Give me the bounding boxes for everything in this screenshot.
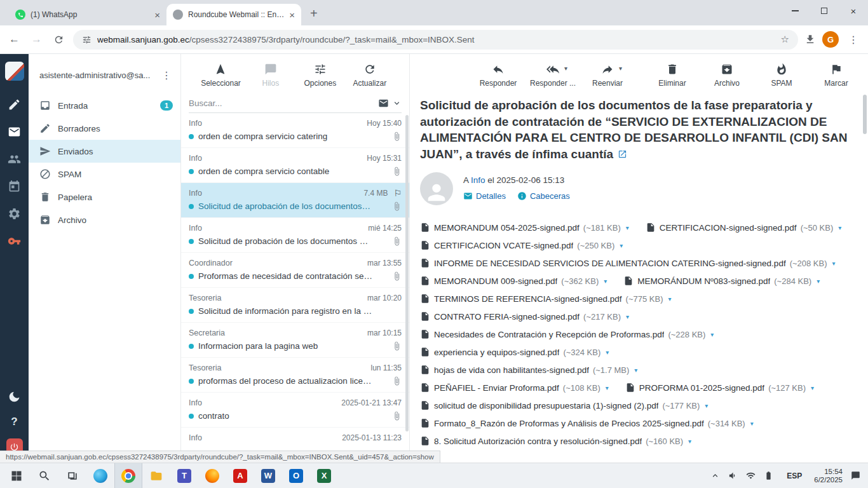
file-explorer-icon[interactable] xyxy=(142,463,170,488)
refresh-icon[interactable] xyxy=(53,34,64,45)
select-button[interactable]: Seleccionar xyxy=(201,63,241,88)
attachment[interactable]: MEMORÁNDUM Nº083-signed.pdf (~284 KB) ▾ xyxy=(623,272,820,290)
attachment-name[interactable]: solicitud de disponibilidad presupuestar… xyxy=(434,401,658,410)
attachment[interactable]: PROFORMA 01-2025-signed.pdf (~127 KB) ▾ xyxy=(625,379,814,396)
list-item[interactable]: Info 2025-01-21 13:47 contrato xyxy=(181,393,409,428)
list-item[interactable]: Tesoreria lun 11:35 proformas del proces… xyxy=(181,358,409,393)
attachment[interactable]: Necesidades de Contratación y Recepción … xyxy=(420,325,714,343)
attachment[interactable]: PEÑAFIEL - Enviar Proforma.pdf (~108 KB)… xyxy=(420,379,609,396)
list-item[interactable]: Info mié 14:25 Solicitud de probación de… xyxy=(181,218,409,253)
attachment-name[interactable]: PEÑAFIEL - Enviar Proforma.pdf xyxy=(434,383,559,393)
attachment[interactable]: TERMINOS DE REFERENCIA-signed-signed.pdf… xyxy=(420,290,672,308)
caret-down-icon[interactable]: ▾ xyxy=(620,242,623,249)
bookmark-star-icon[interactable]: ☆ xyxy=(781,34,789,45)
outlook-icon[interactable]: O xyxy=(282,463,310,488)
url-bar[interactable]: webmail.sanjuan.gob.ec/cpsess3272438975/… xyxy=(73,30,798,50)
mail-icon[interactable] xyxy=(8,125,21,139)
chrome-icon[interactable] xyxy=(114,463,142,488)
attachment[interactable]: hojas de vida con habilitantes-signed.pd… xyxy=(420,361,637,379)
external-link-icon[interactable] xyxy=(618,149,627,159)
attachment-name[interactable]: MEMORANDUM 009-signed.pdf xyxy=(434,276,557,286)
taskbar-clock[interactable]: 15:54 6/2/2025 xyxy=(814,468,843,484)
attachment-name[interactable]: MEMORANDUM 054-2025-signed.pdf xyxy=(434,223,580,233)
attachment[interactable]: CERTIFICACION-signed-signed.pdf (~50 KB)… xyxy=(646,219,842,236)
attachment-name[interactable]: Formato_8_Razón de Proformas y Análisis … xyxy=(434,419,704,428)
caret-down-icon[interactable]: ▾ xyxy=(710,331,714,338)
close-tab-icon[interactable]: × xyxy=(289,10,295,20)
attachment-name[interactable]: 8. Solicitud Autorización contra y resol… xyxy=(434,437,642,446)
teams-icon[interactable]: T xyxy=(170,463,198,488)
forward-button[interactable]: ▾ Reenviar xyxy=(588,63,627,88)
attachment-name[interactable]: MEMORÁNDUM Nº083-signed.pdf xyxy=(637,276,770,286)
tab-roundcube[interactable]: Roundcube Webmail :: Enviados × xyxy=(166,4,301,25)
delete-button[interactable]: Eliminar xyxy=(653,63,692,88)
list-item[interactable]: Info Hoy 15:31 orden de compra servicio … xyxy=(181,148,409,183)
word-icon[interactable]: W xyxy=(254,463,282,488)
spam-button[interactable]: SPAM xyxy=(762,63,801,88)
refresh-list-button[interactable]: Actualizar xyxy=(350,63,390,88)
caret-down-icon[interactable]: ▾ xyxy=(811,384,814,391)
calendar-icon[interactable] xyxy=(8,180,21,193)
details-toggle[interactable]: Detalles xyxy=(463,191,506,201)
list-scrollbar[interactable] xyxy=(405,115,409,431)
account-menu-icon[interactable]: ⋮ xyxy=(158,69,175,81)
options-button[interactable]: Opciones xyxy=(301,63,340,88)
caret-down-icon[interactable]: ▾ xyxy=(604,278,607,285)
view-scrollbar[interactable] xyxy=(863,95,867,134)
battery-icon[interactable] xyxy=(764,471,773,480)
window-close-button[interactable]: × xyxy=(839,0,868,22)
attachment[interactable]: MEMORANDUM 054-2025-signed.pdf (~181 KB)… xyxy=(420,219,629,236)
search-icon[interactable] xyxy=(31,463,58,488)
excel-icon[interactable]: X xyxy=(310,463,338,488)
attachment[interactable]: Formato_8_Razón de Proformas y Análisis … xyxy=(420,414,754,432)
archive-button[interactable]: Archivo xyxy=(707,63,747,88)
tray-chevron-icon[interactable] xyxy=(710,471,720,480)
list-item[interactable]: Secretaria mar 10:15 Informacion para la… xyxy=(181,323,409,358)
sidebar-item-enviados[interactable]: Enviados xyxy=(29,140,180,163)
network-icon[interactable] xyxy=(746,471,756,480)
window-maximize-button[interactable] xyxy=(810,0,839,22)
list-item[interactable]: Info 7.4 MB ⚐ Solicitud de aprobación de… xyxy=(181,183,409,218)
attachment[interactable]: INFORME DE NECESIDAD SERVICIOS DE ALIMEN… xyxy=(420,254,836,272)
attachment-name[interactable]: Necesidades de Contratación y Recepción … xyxy=(434,330,664,339)
attachment-name[interactable]: hojas de vida con habilitantes-signed.pd… xyxy=(434,365,589,375)
task-view-icon[interactable] xyxy=(58,463,86,488)
contacts-icon[interactable] xyxy=(8,152,21,166)
reply-all-button[interactable]: ▾ Responder ... xyxy=(533,63,573,88)
new-tab-button[interactable]: + xyxy=(310,6,318,21)
attachment[interactable]: MEMORANDUM 009-signed.pdf (~362 KB) ▾ xyxy=(420,272,607,290)
caret-down-icon[interactable]: ▾ xyxy=(838,224,841,231)
caret-down-icon[interactable]: ▾ xyxy=(634,367,637,374)
caret-down-icon[interactable]: ▾ xyxy=(619,65,622,72)
settings-icon[interactable] xyxy=(8,207,21,220)
caret-down-icon[interactable]: ▾ xyxy=(705,402,708,409)
tab-whatsapp[interactable]: (1) WhatsApp × xyxy=(9,4,166,25)
attachment[interactable]: CERTIFICACION VCATE-signed.pdf (~250 KB)… xyxy=(420,236,623,254)
site-settings-icon[interactable] xyxy=(82,35,92,44)
language-indicator[interactable]: ESP xyxy=(787,471,802,480)
caret-down-icon[interactable]: ▾ xyxy=(564,65,567,72)
headers-toggle[interactable]: Cabeceras xyxy=(517,191,570,201)
window-minimize-button[interactable] xyxy=(780,0,810,22)
caret-down-icon[interactable]: ▾ xyxy=(817,278,820,285)
volume-icon[interactable] xyxy=(728,471,738,480)
attachment-name[interactable]: TERMINOS DE REFERENCIA-signed-signed.pdf xyxy=(434,294,622,304)
attachment-name[interactable]: CERTIFICACION VCATE-signed.pdf xyxy=(434,241,573,250)
caret-down-icon[interactable]: ▾ xyxy=(606,384,609,391)
attachment-name[interactable]: CONTRATO FERIA-signed-signed.pdf xyxy=(434,312,580,322)
compose-icon[interactable] xyxy=(8,98,21,111)
sidebar-item-entrada[interactable]: Entrada 1 xyxy=(29,94,180,117)
attachment-name[interactable]: CERTIFICACION-signed-signed.pdf xyxy=(660,223,797,233)
notifications-icon[interactable] xyxy=(851,471,860,480)
password-key-icon[interactable] xyxy=(8,234,21,248)
chevron-down-icon[interactable] xyxy=(392,98,402,108)
attachment[interactable]: solicitud de disponibilidad presupuestar… xyxy=(420,396,708,414)
flag-icon[interactable]: ⚐ xyxy=(393,189,402,198)
search-input[interactable] xyxy=(189,98,378,108)
caret-down-icon[interactable]: ▾ xyxy=(750,420,754,427)
profile-avatar[interactable]: G xyxy=(822,31,839,48)
caret-down-icon[interactable]: ▾ xyxy=(626,313,629,320)
recipient-link[interactable]: Info xyxy=(471,175,485,185)
list-item[interactable]: Tesoreria mar 10:20 Solicitud de informa… xyxy=(181,288,409,323)
caret-down-icon[interactable]: ▾ xyxy=(688,438,691,445)
